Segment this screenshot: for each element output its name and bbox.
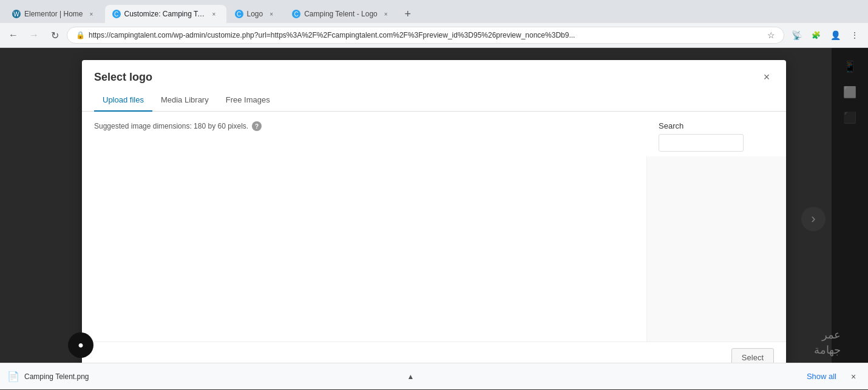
tab-bar: W Elementor | Home × C Customize: Campin…	[0, 0, 868, 23]
tab-label-elementor: Elementor | Home	[24, 10, 83, 18]
upload-drop-zone[interactable]	[94, 141, 634, 341]
modal-title: Select logo	[94, 71, 152, 84]
menu-icon[interactable]: ⋮	[846, 27, 863, 44]
new-tab-button[interactable]: +	[399, 5, 416, 22]
download-bar: 📄 Camping Telent.png ▲ Show all ×	[0, 363, 868, 389]
download-chevron[interactable]: ▲	[403, 369, 418, 384]
address-bar[interactable]: 🔒 https://campingtalent.com/wp-admin/cus…	[67, 27, 784, 44]
toolbar-icons: 📡 🧩 👤 ⋮	[788, 27, 863, 44]
suggestion-row: Suggested image dimensions: 180 by 60 pi…	[94, 121, 634, 131]
tab-favicon-logo: C	[235, 10, 243, 18]
download-file-icon: 📄	[7, 371, 19, 383]
browser-chrome: W Elementor | Home × C Customize: Campin…	[0, 0, 868, 48]
modal-overlay: Select logo × Upload files Media Library…	[0, 48, 868, 389]
lock-icon: 🔒	[76, 31, 85, 39]
tab-label-customize: Customize: Camping Talent – Ev...	[124, 10, 206, 18]
tab-close-customize[interactable]: ×	[209, 9, 219, 19]
tab-favicon-elementor: W	[12, 10, 21, 18]
search-input[interactable]	[659, 134, 744, 152]
modal-header: Select logo ×	[82, 60, 786, 84]
tab-free-images[interactable]: Free Images	[217, 89, 279, 112]
tab-elementor[interactable]: W Elementor | Home ×	[5, 5, 104, 23]
cast-icon[interactable]: 📡	[788, 27, 805, 44]
tab-label-camping-logo: Camping Telent - Logo	[304, 10, 378, 18]
tab-favicon-camping-logo: C	[292, 10, 300, 18]
reload-button[interactable]: ↻	[46, 27, 63, 44]
select-logo-modal: Select logo × Upload files Media Library…	[82, 60, 786, 375]
modal-close-button[interactable]: ×	[759, 70, 774, 84]
tab-close-camping-logo[interactable]: ×	[381, 9, 391, 19]
tab-customize[interactable]: C Customize: Camping Talent – Ev... ×	[105, 5, 226, 23]
tab-favicon-customize: C	[112, 10, 121, 18]
back-button[interactable]: ←	[5, 27, 22, 44]
tab-close-elementor[interactable]: ×	[87, 9, 97, 19]
modal-sidebar	[646, 156, 786, 341]
modal-tabs: Upload files Media Library Free Images	[82, 89, 786, 112]
info-icon[interactable]: ?	[252, 121, 262, 131]
show-all-button[interactable]: Show all	[802, 372, 841, 381]
address-text: https://campingtalent.com/wp-admin/custo…	[89, 31, 764, 39]
star-icon[interactable]: ☆	[767, 30, 775, 40]
tab-upload-files[interactable]: Upload files	[94, 89, 152, 112]
forward-button[interactable]: →	[25, 27, 42, 44]
tab-media-library[interactable]: Media Library	[152, 89, 217, 112]
tab-logo[interactable]: C Logo ×	[228, 5, 284, 23]
extensions-icon[interactable]: 🧩	[807, 27, 824, 44]
tab-camping-logo[interactable]: C Camping Telent - Logo ×	[285, 5, 398, 23]
dark-circle-button[interactable]: ●	[68, 332, 93, 358]
download-close-button[interactable]: ×	[846, 369, 861, 384]
modal-right-panel: Search	[646, 112, 786, 341]
download-filename: Camping Telent.png	[24, 372, 398, 381]
profile-icon[interactable]: 👤	[827, 27, 844, 44]
modal-body: Suggested image dimensions: 180 by 60 pi…	[82, 112, 786, 341]
tab-close-logo[interactable]: ×	[266, 9, 276, 19]
search-area: Search	[646, 112, 786, 152]
address-bar-row: ← → ↻ 🔒 https://campingtalent.com/wp-adm…	[0, 23, 868, 47]
modal-main-content: Suggested image dimensions: 180 by 60 pi…	[82, 112, 646, 341]
suggestion-text: Suggested image dimensions: 180 by 60 pi…	[94, 122, 248, 130]
tab-label-logo: Logo	[247, 10, 263, 18]
page-area: ● 📱 ⬜ ⬛ ||| › عمر جهامة Select logo × Up…	[0, 48, 868, 389]
search-label: Search	[659, 121, 774, 130]
